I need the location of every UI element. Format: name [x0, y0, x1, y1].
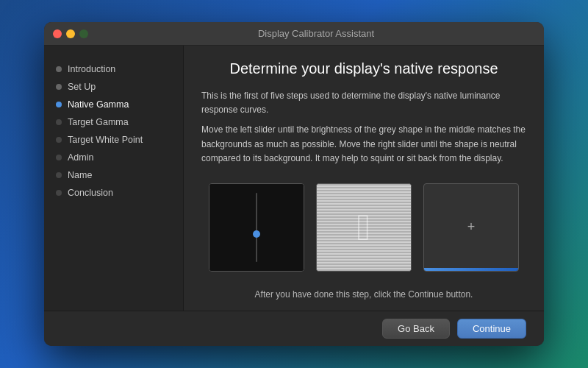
sidebar-item-name[interactable]: Name: [44, 166, 183, 184]
sidebar-item-introduction[interactable]: Introduction: [44, 60, 183, 78]
page-title: Determine your display's native response: [201, 60, 526, 77]
dot-icon: [56, 66, 62, 72]
content-area: Introduction Set Up Native Gamma Target …: [44, 46, 544, 311]
sidebar-label: Set Up: [68, 82, 96, 92]
sidebar: Introduction Set Up Native Gamma Target …: [44, 46, 184, 311]
continue-button[interactable]: Continue: [457, 319, 526, 339]
sidebar-item-target-white-point[interactable]: Target White Point: [44, 131, 183, 149]
left-panel[interactable]: [209, 183, 304, 272]
sidebar-item-target-gamma[interactable]: Target Gamma: [44, 113, 183, 131]
dot-icon: [56, 155, 62, 160]
apple-logo-icon: : [357, 209, 370, 246]
left-slider-track: [256, 193, 257, 262]
panels-row:  +: [201, 183, 526, 272]
left-slider-handle[interactable]: [253, 230, 260, 238]
titlebar: Display Calibrator Assistant: [44, 22, 544, 46]
sidebar-item-admin[interactable]: Admin: [44, 149, 183, 166]
main-content: Determine your display's native response…: [184, 46, 544, 311]
dot-icon: [56, 119, 62, 125]
dot-icon: [56, 190, 62, 196]
sidebar-label: Introduction: [68, 64, 115, 74]
sidebar-item-conclusion[interactable]: Conclusion: [44, 184, 183, 202]
dot-icon: [56, 84, 62, 90]
main-window: Display Calibrator Assistant Introductio…: [44, 22, 544, 346]
maximize-button[interactable]: [79, 29, 88, 38]
traffic-lights: [53, 29, 88, 38]
sidebar-item-native-gamma[interactable]: Native Gamma: [44, 96, 183, 113]
description-1: This is the first of five steps used to …: [201, 89, 526, 117]
right-panel[interactable]: +: [423, 183, 519, 272]
dot-icon: [56, 137, 62, 143]
sidebar-item-setup[interactable]: Set Up: [44, 78, 183, 96]
dot-icon: [56, 172, 62, 178]
bottom-instruction: After you have done this step, click the…: [201, 283, 526, 305]
sidebar-label: Target White Point: [68, 135, 143, 145]
sidebar-label: Admin: [68, 152, 93, 163]
plus-icon: +: [467, 219, 476, 235]
footer: Go Back Continue: [44, 311, 544, 346]
go-back-button[interactable]: Go Back: [382, 319, 450, 339]
description-2: Move the left slider until the brightnes…: [201, 123, 526, 166]
dot-icon: [56, 102, 62, 107]
sidebar-label: Target Gamma: [68, 117, 129, 127]
sidebar-label: Native Gamma: [68, 99, 129, 110]
minimize-button[interactable]: [66, 29, 75, 38]
left-slider-container: [209, 184, 304, 271]
sidebar-label: Conclusion: [68, 188, 113, 198]
sidebar-label: Name: [68, 170, 92, 180]
close-button[interactable]: [53, 29, 62, 38]
middle-panel: : [316, 183, 412, 272]
window-title: Display Calibrator Assistant: [97, 28, 535, 39]
